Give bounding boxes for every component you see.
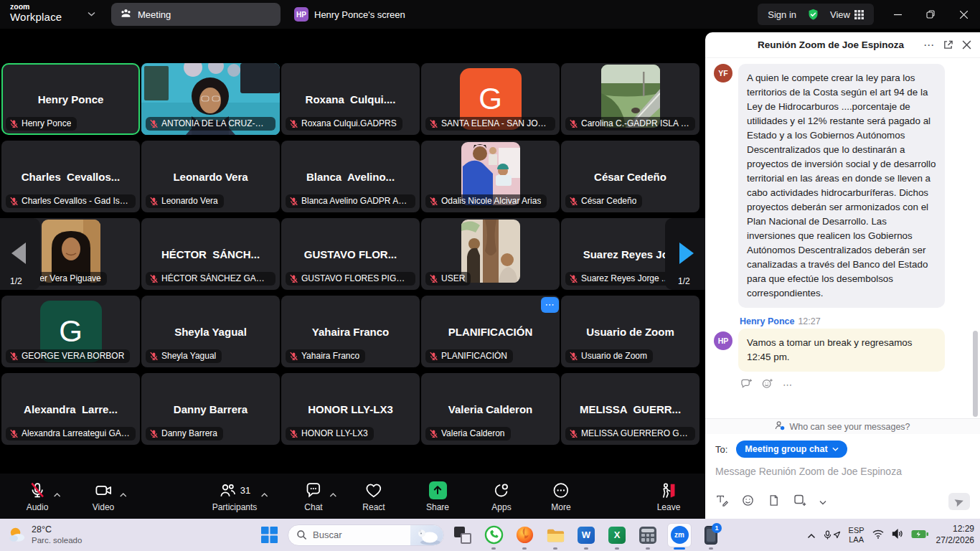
location-in-use-icon xyxy=(833,531,841,539)
weather-temp: 28°C xyxy=(32,524,82,536)
taskbar-clock[interactable]: 12:29 27/2/2026 xyxy=(936,524,974,546)
taskbar-zoom-active[interactable]: zm xyxy=(666,519,692,551)
attach-file-icon[interactable] xyxy=(767,494,781,510)
taskbar-file-explorer[interactable] xyxy=(543,519,567,551)
participant-tile[interactable]: Usuario de ZoomUsuario de Zoom xyxy=(561,296,699,367)
participant-tile[interactable]: Valeria CalderonValeria Calderon xyxy=(421,373,560,445)
participant-tile[interactable]: GGEORGE VERA BORBOR xyxy=(1,296,140,367)
participant-tile[interactable]: HONOR LLY-LX3HONOR LLY-LX3 xyxy=(281,373,420,445)
muted-mic-icon xyxy=(149,352,159,361)
taskbar-whatsapp[interactable] xyxy=(481,519,506,551)
minimize-button[interactable] xyxy=(881,0,914,29)
compose-options-chevron[interactable] xyxy=(819,495,826,508)
participant-tile[interactable]: Danny BarreraDanny Barrera xyxy=(141,373,280,445)
start-button[interactable] xyxy=(257,519,281,551)
tray-chevron-up-icon[interactable] xyxy=(807,529,816,542)
participant-tile[interactable]: GUSTAVO FLOR...GUSTAVO FLORES PIGUAVE xyxy=(281,218,420,290)
chat-popout-icon[interactable] xyxy=(943,39,953,50)
security-shield-icon[interactable] xyxy=(807,9,819,21)
muted-mic-icon xyxy=(429,119,438,128)
participants-options-chevron[interactable] xyxy=(260,487,268,500)
video-options-chevron[interactable] xyxy=(119,487,126,500)
participant-tile[interactable]: USER xyxy=(421,218,560,290)
message-sender[interactable]: Henry Ponce xyxy=(740,316,794,326)
next-page-button[interactable]: 1/2 xyxy=(665,218,705,290)
participant-tile[interactable]: Blanca Avelino...Blanca Avelino GADPR AN… xyxy=(281,141,420,212)
taskbar-excel[interactable]: X xyxy=(605,519,629,551)
workspace-chevron-down-icon[interactable] xyxy=(88,9,95,19)
participant-label: SANTA ELENA - SAN JOSÉ ... xyxy=(425,117,555,131)
participant-tile[interactable]: PLANIFICACIÓNPLANIFICACIÓN xyxy=(421,296,560,367)
sign-in-button[interactable]: Sign in xyxy=(768,9,796,20)
participant-tile[interactable]: Roxana Culqui....Roxana Culqui.GADPRS xyxy=(281,63,420,135)
muted-mic-icon xyxy=(429,352,438,361)
reply-in-thread-icon[interactable] xyxy=(740,378,753,392)
task-view-button[interactable] xyxy=(451,519,475,551)
audio-options-chevron[interactable] xyxy=(53,487,60,500)
participant-tile[interactable]: Leonardo VeraLeonardo Vera xyxy=(141,141,280,212)
volume-icon[interactable] xyxy=(892,529,903,542)
participant-tile[interactable]: Yahaira FrancoYahaira Franco xyxy=(281,296,420,367)
wifi-icon[interactable] xyxy=(872,529,884,542)
battery-charging-icon[interactable] xyxy=(911,529,928,542)
leave-button[interactable]: Leave xyxy=(657,481,681,512)
restore-button[interactable] xyxy=(914,0,947,29)
taskbar-firefox[interactable] xyxy=(512,519,537,551)
share-button[interactable]: Share xyxy=(426,481,449,512)
participant-tile[interactable]: César CedeñoCésar Cedeño xyxy=(561,141,699,212)
chat-button[interactable]: Chat xyxy=(304,481,322,512)
muted-mic-icon xyxy=(569,274,578,283)
chat-scrollbar[interactable] xyxy=(973,331,978,417)
weather-widget[interactable]: 28°C Parc. soleado xyxy=(7,519,82,551)
zoom-workplace-logo: zoom Workplace xyxy=(10,3,62,22)
send-button[interactable] xyxy=(948,493,970,510)
taskbar-word[interactable]: W xyxy=(574,519,598,551)
participant-tile[interactable]: HÉCTOR SÁNCH...HÉCTOR SÁNCHEZ GAD AT... xyxy=(141,218,280,290)
apps-button[interactable]: Apps xyxy=(491,481,511,512)
participant-tile[interactable]: GSANTA ELENA - SAN JOSÉ ... xyxy=(421,63,560,135)
message-input[interactable]: Message Reunión Zoom de Joe Espinoza xyxy=(715,466,970,477)
recipient-selector[interactable]: Meeting group chat xyxy=(736,441,847,458)
page-indicator: 1/2 xyxy=(678,276,690,286)
taskbar-phone-link[interactable]: 1 xyxy=(699,519,723,551)
chat-more-icon[interactable]: ⋯ xyxy=(923,39,934,52)
titlebar: zoom Workplace Meeting HP Henry Ponce's … xyxy=(0,0,980,29)
view-button[interactable]: View xyxy=(830,9,864,20)
format-text-icon[interactable] xyxy=(715,494,729,510)
participant-tile[interactable]: Carolina C.-GADPR ISLA SA... xyxy=(561,63,699,135)
participant-tile[interactable]: Charles Cevallos...Charles Cevallos - Ga… xyxy=(1,141,140,212)
more-button[interactable]: More xyxy=(551,481,570,512)
previous-page-button[interactable]: 1/2 xyxy=(0,218,40,290)
participant-tile[interactable]: Henry PonceHenry Ponce xyxy=(1,63,140,135)
privacy-note[interactable]: Who can see your messages? xyxy=(705,418,980,434)
muted-mic-icon xyxy=(429,429,438,438)
add-reaction-icon[interactable] xyxy=(762,378,773,392)
video-gallery: Henry PonceHenry PonceANTONIA DE LA CRUZ… xyxy=(0,29,705,474)
tab-henry-ponces-screen[interactable]: HP Henry Ponce's screen xyxy=(287,3,413,26)
emoji-icon[interactable] xyxy=(741,494,755,510)
screenshot-icon[interactable] xyxy=(793,493,807,510)
participant-tile[interactable]: ANTONIA DE LA CRUZ-GA... xyxy=(141,63,280,135)
close-button[interactable] xyxy=(947,0,980,29)
firefox-icon xyxy=(515,525,534,545)
video-button[interactable]: Video xyxy=(93,481,114,512)
chat-options-chevron[interactable] xyxy=(329,487,336,500)
tab-meeting[interactable]: Meeting xyxy=(111,3,281,26)
video-grid: Henry PonceHenry PonceANTONIA DE LA CRUZ… xyxy=(1,63,699,445)
tile-more-options-button[interactable]: ⋯ xyxy=(541,297,559,313)
audio-button[interactable]: Audio xyxy=(27,481,49,512)
message-more-icon[interactable]: ⋯ xyxy=(783,380,792,390)
participants-button[interactable]: 31 Participants xyxy=(212,481,258,512)
chat-close-icon[interactable] xyxy=(962,40,971,50)
react-button[interactable]: React xyxy=(362,481,385,512)
taskbar-search[interactable]: Buscar xyxy=(288,524,444,546)
taskbar-calculator[interactable] xyxy=(636,519,660,551)
chat-message-list[interactable]: YF A quien le compete crear la ley para … xyxy=(705,58,980,418)
participant-tile[interactable]: Alexandra Larre...Alexandra Larreategui … xyxy=(1,373,140,445)
mic-in-use-icon[interactable] xyxy=(824,530,841,540)
participant-tile[interactable]: MELISSA GUERR...MELISSA GUERRERO GADP... xyxy=(561,373,699,445)
language-indicator[interactable]: ESP LAA xyxy=(849,526,864,544)
participant-tile[interactable]: Odalis Nicole Alcivar Arias xyxy=(421,141,560,212)
participant-tile[interactable]: Sheyla YagualSheyla Yagual xyxy=(141,296,280,367)
window-controls xyxy=(881,0,980,29)
